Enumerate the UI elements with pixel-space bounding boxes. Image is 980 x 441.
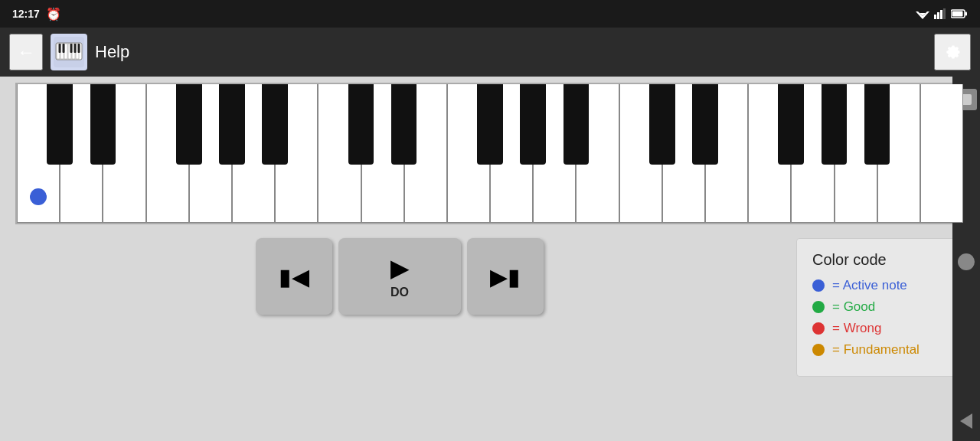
alarm-icon: ⏰ <box>46 7 61 21</box>
white-key-4[interactable] <box>189 84 232 223</box>
svg-rect-14 <box>64 44 67 59</box>
next-button[interactable]: ▶▮ <box>467 238 544 315</box>
piano-keys <box>17 84 963 223</box>
color-label-3: = Fundamental <box>832 342 920 358</box>
white-key-6[interactable] <box>275 84 318 223</box>
piano-app-icon <box>54 37 84 67</box>
white-key-2[interactable] <box>103 84 145 223</box>
transport-controls: ▮◀ ▶ DO ▶▮ <box>15 238 784 315</box>
color-label-1: = Good <box>832 299 875 315</box>
piano-container[interactable] <box>15 83 965 224</box>
white-key-18[interactable] <box>791 84 834 223</box>
white-key-17[interactable] <box>748 84 791 223</box>
color-code-items: = Active note= Good= Wrong= Fundamental <box>812 278 949 358</box>
signal-icon <box>934 8 946 19</box>
color-dot-0 <box>812 279 825 292</box>
battery-icon <box>951 9 968 18</box>
white-key-7[interactable] <box>318 84 361 223</box>
svg-rect-5 <box>940 10 942 19</box>
svg-rect-3 <box>934 15 936 19</box>
color-dot-3 <box>812 344 825 356</box>
white-key-19[interactable] <box>835 84 877 223</box>
white-key-0[interactable] <box>17 84 60 223</box>
back-button[interactable]: ← <box>9 34 43 70</box>
play-icon: ▶ <box>390 253 410 283</box>
white-key-9[interactable] <box>404 84 447 223</box>
white-key-1[interactable] <box>60 84 103 223</box>
white-key-15[interactable] <box>662 84 705 223</box>
color-code-panel: Color code = Active note= Good= Wrong= F… <box>796 238 965 377</box>
prev-button[interactable]: ▮◀ <box>256 238 332 315</box>
white-key-5[interactable] <box>232 84 275 223</box>
color-dot-2 <box>812 322 825 335</box>
color-code-item-1: = Good <box>812 299 949 315</box>
svg-rect-8 <box>965 12 968 16</box>
white-key-21[interactable] <box>920 84 963 223</box>
svg-rect-20 <box>70 44 73 53</box>
gear-icon <box>942 41 963 63</box>
wifi-icon <box>916 8 929 19</box>
svg-rect-18 <box>59 44 61 53</box>
svg-rect-9 <box>952 11 963 17</box>
white-key-20[interactable] <box>877 84 920 223</box>
sidebar-triangle-button[interactable] <box>960 413 972 429</box>
play-button[interactable]: ▶ DO <box>338 238 461 315</box>
white-key-3[interactable] <box>146 84 189 223</box>
status-bar: 12:17 ⏰ <box>0 0 980 28</box>
svg-rect-21 <box>74 44 77 53</box>
app-title: Help <box>95 42 934 62</box>
white-key-10[interactable] <box>447 84 490 223</box>
white-key-14[interactable] <box>619 84 662 223</box>
app-icon <box>51 34 87 70</box>
color-dot-1 <box>812 301 825 313</box>
settings-button[interactable] <box>934 34 971 70</box>
color-label-0: = Active note <box>832 278 907 293</box>
svg-rect-22 <box>78 44 80 53</box>
active-note-dot <box>30 188 47 205</box>
color-label-2: = Wrong <box>832 321 881 336</box>
top-bar: ← Help <box>0 28 980 77</box>
svg-rect-6 <box>943 8 946 19</box>
color-code-item-3: = Fundamental <box>812 342 949 358</box>
svg-rect-19 <box>63 44 65 53</box>
main-content: ▮◀ ▶ DO ▶▮ Color code = Active note= Goo… <box>0 77 980 441</box>
svg-rect-4 <box>937 12 939 19</box>
white-key-12[interactable] <box>533 84 576 223</box>
white-key-11[interactable] <box>490 84 533 223</box>
play-button-label: DO <box>390 286 409 299</box>
skip-prev-icon: ▮◀ <box>279 263 309 290</box>
controls-area: ▮◀ ▶ DO ▶▮ Color code = Active note= Goo… <box>0 224 980 441</box>
white-key-16[interactable] <box>705 84 748 223</box>
white-key-8[interactable] <box>361 84 404 223</box>
white-key-13[interactable] <box>576 84 619 223</box>
color-code-item-0: = Active note <box>812 278 949 293</box>
color-code-item-2: = Wrong <box>812 321 949 336</box>
color-code-title: Color code <box>812 251 949 269</box>
sidebar-circle-button[interactable] <box>958 253 975 270</box>
status-time: 12:17 <box>12 8 40 20</box>
skip-next-icon: ▶▮ <box>490 263 521 290</box>
